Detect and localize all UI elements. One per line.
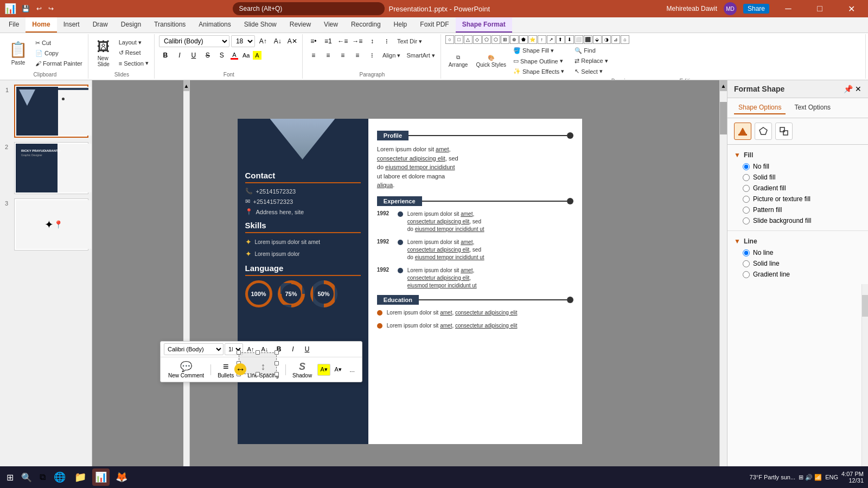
fill-option-picture[interactable]: Picture or texture fill: [734, 194, 861, 204]
fill-option-none[interactable]: No fill: [734, 161, 861, 172]
save-btn[interactable]: 💾: [20, 4, 32, 14]
tab-animations[interactable]: Animations: [192, 17, 237, 33]
format-painter-btn[interactable]: 🖌 Format Painter: [33, 59, 85, 68]
shape-cell[interactable]: ↑: [538, 35, 546, 44]
copy-btn[interactable]: 📄 Copy: [33, 49, 85, 58]
ft-highlight-btn[interactable]: A▾: [317, 364, 330, 376]
find-btn[interactable]: 🔍 Find: [572, 46, 610, 55]
shape-cell[interactable]: □: [455, 35, 463, 44]
shape-fill-btn[interactable]: 🪣 Shape Fill ▾: [511, 46, 566, 55]
replace-btn[interactable]: ⇄ Replace ▾: [572, 56, 610, 66]
ft-font-select[interactable]: Calibri (Body): [164, 343, 224, 355]
align-right-btn[interactable]: ≡: [336, 49, 349, 61]
bullets-btn[interactable]: ≡•: [307, 35, 320, 47]
format-panel-pin-icon[interactable]: 📌: [844, 85, 853, 93]
tab-file[interactable]: File: [2, 17, 25, 33]
font-shrink-btn[interactable]: A↓: [271, 35, 284, 47]
font-color-btn[interactable]: A: [229, 50, 239, 61]
minimize-btn[interactable]: ─: [776, 0, 801, 17]
bold-btn[interactable]: B: [159, 49, 172, 61]
shape-cell[interactable]: ⬙: [593, 35, 602, 44]
tab-slideshow[interactable]: Slide Show: [238, 17, 283, 33]
shape-cell[interactable]: ⬟: [519, 35, 528, 44]
select-btn[interactable]: ↖ Select ▾: [572, 67, 610, 76]
font-case-btn[interactable]: Aa: [240, 51, 252, 60]
fill-option-slide-bg[interactable]: Slide background fill: [734, 215, 861, 226]
shape-cell[interactable]: ◑: [602, 35, 611, 44]
fill-option-gradient[interactable]: Gradient fill: [734, 183, 861, 194]
underline-btn[interactable]: U: [187, 49, 200, 61]
tab-home[interactable]: Home: [25, 17, 56, 33]
handle-ml[interactable]: [237, 361, 241, 365]
shape-cell[interactable]: ⊞: [501, 35, 509, 44]
col-layout-btn[interactable]: ⫶: [366, 49, 379, 61]
tab-design[interactable]: Design: [114, 17, 148, 33]
shape-cell[interactable]: ⬛: [584, 35, 592, 44]
line-header[interactable]: ▼ Line: [734, 235, 861, 247]
taskbar-icon-files[interactable]: 📁: [72, 468, 89, 486]
maximize-btn[interactable]: □: [807, 0, 832, 17]
panel-scroll-thumb[interactable]: [862, 295, 868, 317]
shape-cell[interactable]: ⬠: [482, 35, 491, 44]
shape-outline-btn[interactable]: ▭ Shape Outline ▾: [511, 56, 566, 66]
clear-format-btn[interactable]: A✕: [286, 35, 299, 47]
shape-cell[interactable]: ○: [445, 35, 454, 44]
handle-bl[interactable]: [237, 372, 241, 376]
indent-more-btn[interactable]: →≡: [351, 35, 364, 47]
format-panel-close-btn[interactable]: ✕: [855, 85, 861, 93]
new-slide-btn[interactable]: 🖼 NewSlide: [93, 37, 114, 69]
fill-radio-picture[interactable]: [743, 196, 750, 203]
fill-option-solid[interactable]: Solid fill: [734, 172, 861, 183]
close-btn[interactable]: ✕: [839, 0, 864, 17]
canvas-area[interactable]: ▲ ▼ Contact 📞 +2514: [92, 80, 727, 483]
ft-italic-btn[interactable]: I: [286, 343, 299, 355]
align-left-btn[interactable]: ≡: [307, 49, 320, 61]
undo-btn[interactable]: ↩: [34, 4, 44, 14]
taskbar-icon-browser[interactable]: 🦊: [113, 468, 130, 486]
start-btn[interactable]: ⊞: [4, 470, 16, 485]
tab-insert[interactable]: Insert: [57, 17, 86, 33]
ft-bullets-btn[interactable]: ≡ Bullets: [213, 359, 238, 380]
line-option-gradient[interactable]: Gradient line: [734, 269, 861, 280]
slide-thumb-1[interactable]: 1: [14, 85, 88, 138]
slide-thumb-3[interactable]: 3 ✦ 📍: [14, 198, 88, 251]
font-name-select[interactable]: Calibri (Body): [159, 35, 229, 47]
tab-foxitpdf[interactable]: Foxit PDF: [413, 17, 455, 33]
shape-cell[interactable]: ⬆: [556, 35, 565, 44]
tab-help[interactable]: Help: [387, 17, 414, 33]
handle-tc[interactable]: [256, 350, 260, 355]
tab-shapeformat[interactable]: Shape Format: [456, 17, 512, 33]
align-center-btn[interactable]: ≡: [322, 49, 335, 61]
user-avatar[interactable]: MD: [724, 2, 737, 15]
taskbar-icon-powerpoint[interactable]: 📊: [92, 468, 110, 486]
highlight-btn[interactable]: A: [253, 51, 261, 60]
handle-mr[interactable]: [275, 361, 279, 365]
tab-view[interactable]: View: [317, 17, 344, 33]
shape-cell[interactable]: ◇: [473, 35, 482, 44]
indent-less-btn[interactable]: ←≡: [336, 35, 349, 47]
taskview-btn[interactable]: ⧉: [37, 470, 48, 484]
smartart-btn[interactable]: SmartArt ▾: [404, 51, 437, 60]
fill-radio-gradient[interactable]: [743, 185, 750, 192]
handle-tl[interactable]: [237, 350, 241, 355]
font-grow-btn[interactable]: A↑: [257, 35, 270, 47]
text-direction-btn[interactable]: Text Dir ▾: [395, 37, 424, 46]
handle-bc[interactable]: [256, 372, 260, 376]
line-radio-solid[interactable]: [743, 260, 750, 267]
search-taskbar-btn[interactable]: 🔍: [19, 470, 34, 485]
scroll-up-btn-right[interactable]: ▲: [720, 80, 727, 91]
shape-cell[interactable]: ⊿: [611, 35, 620, 44]
ft-shadow-btn[interactable]: S Shadow: [288, 359, 316, 380]
line-radio-none[interactable]: [743, 249, 750, 256]
shape-cell[interactable]: ⬜: [575, 35, 583, 44]
align-text-btn[interactable]: Align ▾: [380, 51, 403, 60]
fill-radio-pattern[interactable]: [743, 207, 750, 214]
arrange-btn[interactable]: ⧉ Arrange: [445, 52, 471, 70]
panel-tab-text[interactable]: Text Options: [790, 101, 835, 114]
share-btn[interactable]: Share: [743, 4, 769, 14]
shadow-btn[interactable]: S: [215, 49, 228, 61]
scroll-up-btn[interactable]: ▲: [183, 80, 189, 91]
ft-new-comment-btn[interactable]: 💬 New Comment: [164, 359, 208, 380]
numbering-btn[interactable]: ≡1: [322, 35, 335, 47]
tab-transitions[interactable]: Transitions: [148, 17, 192, 33]
